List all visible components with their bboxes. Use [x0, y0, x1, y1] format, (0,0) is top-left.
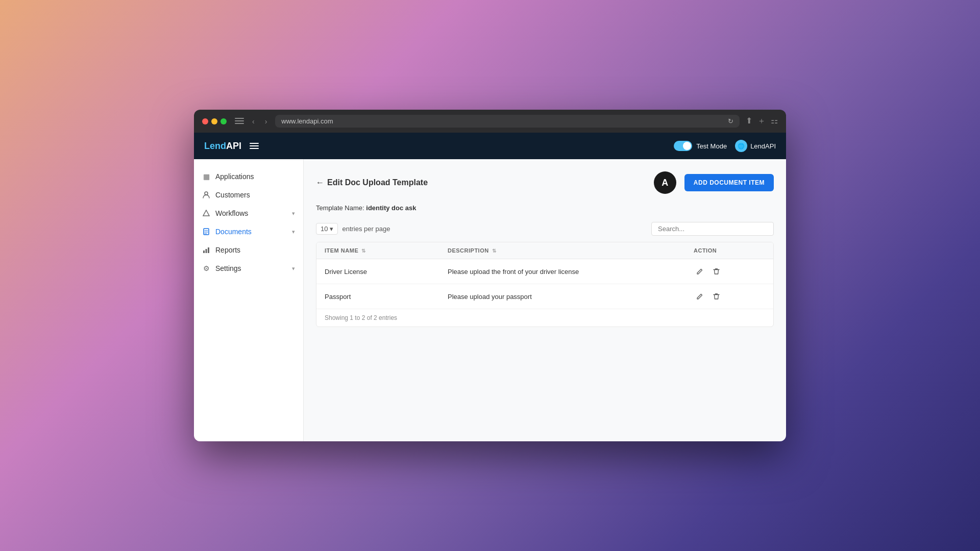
sidebar-item-applications[interactable]: ▦ Applications: [194, 167, 303, 186]
minimize-button[interactable]: [211, 118, 217, 124]
new-tab-icon[interactable]: ＋: [757, 116, 766, 127]
entries-value: 10: [321, 225, 328, 233]
traffic-lights: [202, 118, 227, 124]
page-header: ← Edit Doc Upload Template A ADD DOCUMEN…: [316, 171, 774, 194]
sidebar-toggle-icon[interactable]: [235, 118, 244, 125]
sidebar-item-reports[interactable]: Reports: [194, 241, 303, 259]
column-header-action: ACTION: [694, 247, 765, 254]
user-avatar-large: A: [654, 171, 676, 194]
applications-icon: ▦: [202, 172, 210, 181]
top-nav: LendAPI Test Mode 🌐 LendAPI: [194, 133, 786, 159]
table-header: ITEM NAME ⇅ DESCRIPTION ⇅ ACTION: [316, 242, 773, 259]
logo-api: API: [226, 141, 241, 151]
avatar-label: A: [662, 178, 668, 188]
sidebar-item-workflows[interactable]: Workflows ▾: [194, 204, 303, 222]
share-icon[interactable]: ⬆: [746, 116, 752, 127]
sidebar-label-workflows: Workflows: [215, 209, 248, 217]
cell-description-1: Please upload the front of your driver l…: [448, 268, 694, 276]
sort-icon-item-name: ⇅: [361, 248, 366, 254]
action-icons-2: [694, 290, 765, 303]
browser-actions: ⬆ ＋ ⚏: [746, 116, 778, 127]
column-header-description[interactable]: DESCRIPTION ⇅: [448, 247, 694, 254]
entries-number[interactable]: 10 ▾: [316, 223, 338, 235]
settings-arrow: ▾: [292, 265, 295, 272]
table-footer: Showing 1 to 2 of 2 entries: [316, 309, 773, 327]
sidebar-label-reports: Reports: [215, 246, 240, 254]
column-header-item-name[interactable]: ITEM NAME ⇅: [325, 247, 448, 254]
cell-item-name-1: Driver License: [325, 268, 448, 276]
action-icons-1: [694, 265, 765, 278]
sidebar-label-settings: Settings: [215, 264, 241, 272]
svg-rect-4: [208, 247, 209, 253]
back-arrow-icon: ←: [316, 178, 324, 187]
edit-icon-2[interactable]: [694, 290, 706, 303]
add-document-item-button[interactable]: ADD DOCUMENT ITEM: [684, 174, 774, 191]
browser-chrome: ‹ › www.lendapi.com ↻ ⬆ ＋ ⚏: [194, 110, 786, 133]
table-row: Passport Please upload your passport: [316, 284, 773, 309]
close-button[interactable]: [202, 118, 208, 124]
table-footer-text: Showing 1 to 2 of 2 entries: [325, 314, 397, 321]
entries-select: 10 ▾ entries per page: [316, 223, 390, 235]
page-title: Edit Doc Upload Template: [327, 178, 428, 187]
template-label: Template Name:: [316, 204, 364, 212]
sidebar-label-documents: Documents: [215, 228, 252, 236]
forward-button[interactable]: ›: [263, 116, 270, 127]
documents-icon: [202, 228, 210, 236]
user-avatar-small: 🌐: [735, 140, 747, 152]
main-layout: ▦ Applications Customers: [194, 159, 786, 441]
sidebar: ▦ Applications Customers: [194, 159, 304, 441]
sidebar-item-settings[interactable]: ⚙ Settings ▾: [194, 259, 303, 278]
template-name-row: Template Name: identity doc ask: [316, 204, 774, 212]
customers-icon: [202, 191, 210, 199]
user-badge: 🌐 LendAPI: [735, 140, 776, 152]
menu-icon[interactable]: [250, 143, 259, 149]
logo-lend: Lend: [204, 141, 226, 151]
content-area: ← Edit Doc Upload Template A ADD DOCUMEN…: [304, 159, 786, 441]
maximize-button[interactable]: [220, 118, 227, 124]
sort-icon-description: ⇅: [492, 248, 497, 254]
logo: LendAPI: [204, 141, 241, 152]
documents-arrow: ▾: [292, 229, 295, 235]
test-mode-toggle[interactable]: Test Mode: [674, 141, 727, 151]
template-value: identity doc ask: [366, 204, 416, 212]
browser-window: ‹ › www.lendapi.com ↻ ⬆ ＋ ⚏ LendAPI: [194, 110, 786, 441]
toggle-switch[interactable]: [674, 141, 692, 151]
svg-point-0: [205, 192, 208, 195]
delete-icon-1[interactable]: [710, 265, 722, 278]
entries-dropdown-icon: ▾: [330, 225, 333, 233]
table-controls: 10 ▾ entries per page: [316, 222, 774, 236]
workflows-arrow: ▾: [292, 210, 295, 217]
sidebar-label-applications: Applications: [215, 172, 254, 181]
delete-icon-2[interactable]: [710, 290, 722, 303]
back-button[interactable]: ‹: [250, 116, 257, 127]
user-label: LendAPI: [750, 142, 776, 150]
cell-description-2: Please upload your passport: [448, 293, 694, 300]
address-bar[interactable]: www.lendapi.com ↻: [275, 115, 740, 128]
sidebar-item-documents[interactable]: Documents ▾: [194, 222, 303, 241]
svg-rect-2: [203, 251, 205, 253]
workflows-icon: [202, 209, 210, 217]
extensions-icon[interactable]: ⚏: [771, 116, 778, 127]
header-actions: A ADD DOCUMENT ITEM: [654, 171, 774, 194]
url-text: www.lendapi.com: [281, 117, 333, 125]
entries-label: entries per page: [342, 225, 390, 233]
sidebar-item-customers[interactable]: Customers: [194, 186, 303, 204]
settings-icon: ⚙: [202, 264, 210, 272]
user-avatar-icon: 🌐: [738, 143, 745, 149]
data-table: ITEM NAME ⇅ DESCRIPTION ⇅ ACTION: [316, 242, 774, 327]
search-input[interactable]: [651, 222, 774, 236]
table-row: Driver License Please upload the front o…: [316, 259, 773, 284]
svg-rect-3: [206, 249, 207, 253]
refresh-icon[interactable]: ↻: [728, 117, 733, 125]
test-mode-label: Test Mode: [696, 142, 727, 150]
reports-icon: [202, 246, 210, 254]
edit-icon-1[interactable]: [694, 265, 706, 278]
nav-right: Test Mode 🌐 LendAPI: [674, 140, 776, 152]
app-container: LendAPI Test Mode 🌐 LendAPI: [194, 133, 786, 441]
back-link[interactable]: ← Edit Doc Upload Template: [316, 178, 428, 187]
sidebar-label-customers: Customers: [215, 191, 250, 199]
cell-item-name-2: Passport: [325, 293, 448, 300]
